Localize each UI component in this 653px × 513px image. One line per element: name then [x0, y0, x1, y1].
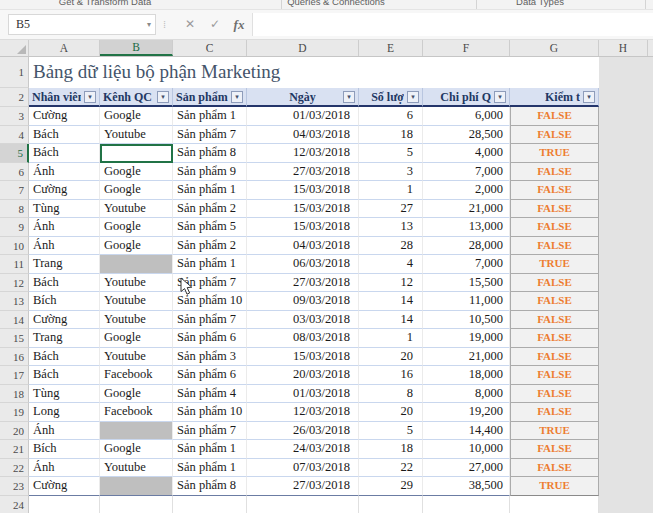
check-cell[interactable]: FALSE: [510, 107, 599, 126]
data-cell[interactable]: Sản phẩm 1: [173, 255, 247, 274]
data-cell[interactable]: Google: [100, 329, 173, 348]
data-cell[interactable]: 01/03/2018: [247, 385, 359, 404]
row-number[interactable]: 16: [0, 348, 29, 367]
header-cell-kenh-qc[interactable]: Kênh QC ▾: [100, 88, 173, 107]
row-number[interactable]: 18: [0, 385, 29, 404]
data-cell[interactable]: 21,000: [423, 348, 510, 367]
column-header-d[interactable]: D: [247, 40, 359, 56]
sheet-title-cell[interactable]: Bảng dữ liệu bộ phận Marketing: [29, 57, 599, 88]
column-header-b[interactable]: B: [100, 40, 173, 56]
data-cell[interactable]: Ánh: [29, 422, 100, 441]
data-cell[interactable]: 6,000: [423, 107, 510, 126]
row-number[interactable]: 22: [0, 459, 29, 478]
data-cell[interactable]: Bích: [29, 292, 100, 311]
data-cell[interactable]: 19,200: [423, 403, 510, 422]
data-cell[interactable]: Cường: [29, 477, 100, 496]
row-number[interactable]: 6: [0, 163, 29, 182]
data-cell[interactable]: Trang: [29, 255, 100, 274]
data-cell[interactable]: 10,000: [423, 440, 510, 459]
check-cell[interactable]: FALSE: [510, 126, 599, 145]
row-number[interactable]: 14: [0, 311, 29, 330]
data-cell[interactable]: Sản phẩm 2: [173, 200, 247, 219]
data-cell[interactable]: 5: [359, 144, 423, 163]
data-cell[interactable]: 28,000: [423, 237, 510, 256]
header-cell-san-pham[interactable]: Sản phẩm ▾: [173, 88, 247, 107]
check-cell[interactable]: FALSE: [510, 348, 599, 367]
data-cell[interactable]: Sản phẩm 1: [173, 440, 247, 459]
row-number[interactable]: 11: [0, 255, 29, 274]
selected-cell[interactable]: [100, 144, 173, 163]
row-number[interactable]: 15: [0, 329, 29, 348]
data-cell[interactable]: 15/03/2018: [247, 200, 359, 219]
filter-icon[interactable]: ▾: [343, 91, 355, 103]
data-cell[interactable]: Google: [100, 440, 173, 459]
column-header-e[interactable]: E: [359, 40, 423, 56]
data-cell[interactable]: Sản phẩm 6: [173, 329, 247, 348]
data-cell[interactable]: [100, 255, 173, 274]
data-cell[interactable]: Sản phẩm 7: [173, 422, 247, 441]
check-cell[interactable]: FALSE: [510, 274, 599, 293]
data-cell[interactable]: 20: [359, 348, 423, 367]
data-cell[interactable]: Bách: [29, 366, 100, 385]
header-cell-chi-phi[interactable]: Chi phí Q ▾: [423, 88, 510, 107]
ribbon-group-get-transform[interactable]: Get & Transform Data: [59, 0, 151, 7]
row-number[interactable]: 8: [0, 200, 29, 219]
row-number[interactable]: 9: [0, 218, 29, 237]
data-cell[interactable]: Sản phẩm 1: [173, 181, 247, 200]
data-cell[interactable]: Bách: [29, 274, 100, 293]
column-header-g[interactable]: G: [510, 40, 599, 56]
check-cell[interactable]: FALSE: [510, 459, 599, 478]
data-cell[interactable]: Long: [29, 403, 100, 422]
formula-input[interactable]: [252, 13, 653, 36]
column-header-a[interactable]: A: [29, 40, 100, 56]
check-cell[interactable]: FALSE: [510, 181, 599, 200]
empty-cell[interactable]: [510, 496, 599, 513]
check-cell[interactable]: FALSE: [510, 329, 599, 348]
data-cell[interactable]: Sản phẩm 7: [173, 311, 247, 330]
check-cell[interactable]: FALSE: [510, 200, 599, 219]
cancel-icon[interactable]: ✕: [180, 14, 200, 35]
header-cell-so-luong[interactable]: Số lượ ▾: [359, 88, 423, 107]
data-cell[interactable]: Sản phẩm 10: [173, 403, 247, 422]
data-cell[interactable]: 15/03/2018: [247, 348, 359, 367]
data-cell[interactable]: 18: [359, 440, 423, 459]
row-number[interactable]: 19: [0, 403, 29, 422]
row-number[interactable]: 12: [0, 274, 29, 293]
data-cell[interactable]: Bách: [29, 126, 100, 145]
header-cell-kiem-tra[interactable]: Kiểm t ▾: [510, 88, 599, 107]
data-cell[interactable]: 20: [359, 403, 423, 422]
filter-icon[interactable]: ▾: [157, 91, 169, 103]
data-cell[interactable]: 11,000: [423, 292, 510, 311]
data-cell[interactable]: 15/03/2018: [247, 218, 359, 237]
data-cell[interactable]: 10,500: [423, 311, 510, 330]
data-cell[interactable]: 6: [359, 107, 423, 126]
data-cell[interactable]: [100, 422, 173, 441]
empty-cell[interactable]: [173, 496, 247, 513]
data-cell[interactable]: 14: [359, 292, 423, 311]
data-cell[interactable]: Sản phẩm 9: [173, 163, 247, 182]
data-cell[interactable]: 1: [359, 181, 423, 200]
data-cell[interactable]: Bích: [29, 440, 100, 459]
data-cell[interactable]: 28: [359, 237, 423, 256]
data-cell[interactable]: 1: [359, 329, 423, 348]
data-cell[interactable]: 4,000: [423, 144, 510, 163]
data-cell[interactable]: 22: [359, 459, 423, 478]
data-cell[interactable]: 27/03/2018: [247, 274, 359, 293]
data-cell[interactable]: 03/03/2018: [247, 311, 359, 330]
data-cell[interactable]: [100, 477, 173, 496]
row-number[interactable]: 3: [0, 107, 29, 126]
data-cell[interactable]: 04/03/2018: [247, 237, 359, 256]
data-cell[interactable]: Sản phẩm 1: [173, 459, 247, 478]
data-cell[interactable]: Ánh: [29, 218, 100, 237]
header-cell-nhan-vien[interactable]: Nhân viên ▾: [29, 88, 100, 107]
data-cell[interactable]: Sản phẩm 7: [173, 274, 247, 293]
data-cell[interactable]: Cường: [29, 107, 100, 126]
data-cell[interactable]: Sản phẩm 3: [173, 348, 247, 367]
data-cell[interactable]: Tùng: [29, 200, 100, 219]
row-number[interactable]: 13: [0, 292, 29, 311]
check-cell[interactable]: TRUE: [510, 422, 599, 441]
data-cell[interactable]: Google: [100, 385, 173, 404]
data-cell[interactable]: 12/03/2018: [247, 403, 359, 422]
filter-icon[interactable]: ▾: [84, 91, 96, 103]
data-cell[interactable]: 13: [359, 218, 423, 237]
